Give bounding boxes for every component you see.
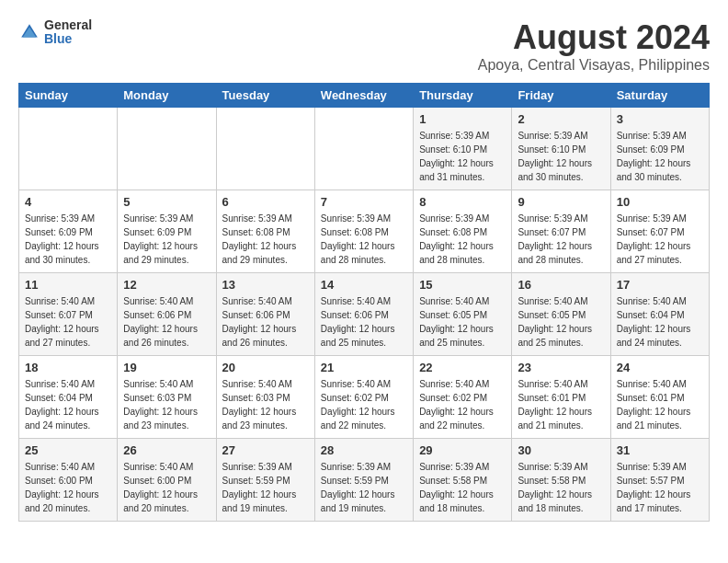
day-info: Sunrise: 5:40 AM Sunset: 6:05 PM Dayligh…: [419, 294, 506, 350]
day-number: 18: [25, 361, 111, 374]
day-number: 1: [419, 112, 506, 126]
calendar-cell: 15Sunrise: 5:40 AM Sunset: 6:05 PM Dayli…: [414, 273, 512, 356]
day-info: Sunrise: 5:39 AM Sunset: 6:08 PM Dayligh…: [419, 212, 506, 267]
day-info: Sunrise: 5:40 AM Sunset: 6:01 PM Dayligh…: [617, 377, 703, 432]
day-info: Sunrise: 5:39 AM Sunset: 6:09 PM Dayligh…: [123, 212, 210, 267]
page-header: General Blue August 2024 Apoya, Central …: [18, 18, 710, 74]
day-info: Sunrise: 5:39 AM Sunset: 5:58 PM Dayligh…: [518, 460, 604, 515]
day-info: Sunrise: 5:39 AM Sunset: 6:09 PM Dayligh…: [25, 212, 111, 267]
week-row-3: 11Sunrise: 5:40 AM Sunset: 6:07 PM Dayli…: [19, 273, 710, 356]
day-info: Sunrise: 5:40 AM Sunset: 6:06 PM Dayligh…: [321, 294, 407, 350]
day-info: Sunrise: 5:40 AM Sunset: 6:04 PM Dayligh…: [617, 294, 703, 350]
day-number: 13: [222, 278, 309, 292]
day-info: Sunrise: 5:40 AM Sunset: 6:02 PM Dayligh…: [321, 377, 407, 432]
col-header-friday: Friday: [512, 84, 610, 108]
page-title: August 2024: [478, 18, 710, 57]
day-number: 22: [419, 361, 506, 374]
day-info: Sunrise: 5:40 AM Sunset: 6:00 PM Dayligh…: [25, 460, 111, 515]
logo-text: General Blue: [44, 18, 92, 47]
day-number: 14: [321, 278, 407, 292]
day-info: Sunrise: 5:40 AM Sunset: 6:07 PM Dayligh…: [25, 294, 111, 350]
calendar-cell: 8Sunrise: 5:39 AM Sunset: 6:08 PM Daylig…: [414, 190, 512, 273]
calendar-cell: 29Sunrise: 5:39 AM Sunset: 5:58 PM Dayli…: [414, 439, 512, 522]
logo-icon: [18, 21, 40, 43]
day-info: Sunrise: 5:39 AM Sunset: 6:08 PM Dayligh…: [222, 212, 309, 267]
calendar-cell: [118, 108, 216, 190]
calendar-cell: 22Sunrise: 5:40 AM Sunset: 6:02 PM Dayli…: [414, 356, 512, 439]
calendar-cell: 7Sunrise: 5:39 AM Sunset: 6:08 PM Daylig…: [314, 190, 413, 273]
day-info: Sunrise: 5:40 AM Sunset: 6:06 PM Dayligh…: [123, 294, 210, 350]
calendar-cell: 4Sunrise: 5:39 AM Sunset: 6:09 PM Daylig…: [19, 190, 118, 273]
calendar-cell: 19Sunrise: 5:40 AM Sunset: 6:03 PM Dayli…: [118, 356, 216, 439]
day-number: 28: [321, 443, 407, 457]
day-number: 2: [518, 112, 604, 126]
day-number: 7: [321, 195, 407, 209]
calendar-cell: 24Sunrise: 5:40 AM Sunset: 6:01 PM Dayli…: [610, 356, 709, 439]
col-header-tuesday: Tuesday: [216, 84, 314, 108]
calendar-cell: 28Sunrise: 5:39 AM Sunset: 5:59 PM Dayli…: [314, 439, 413, 522]
calendar-cell: 1Sunrise: 5:39 AM Sunset: 6:10 PM Daylig…: [414, 108, 512, 190]
col-header-saturday: Saturday: [610, 84, 709, 108]
col-header-wednesday: Wednesday: [314, 84, 413, 108]
calendar-cell: [19, 108, 118, 190]
week-row-1: 1Sunrise: 5:39 AM Sunset: 6:10 PM Daylig…: [19, 108, 710, 190]
day-info: Sunrise: 5:39 AM Sunset: 6:07 PM Dayligh…: [617, 212, 703, 267]
day-number: 4: [25, 195, 111, 209]
calendar-cell: 5Sunrise: 5:39 AM Sunset: 6:09 PM Daylig…: [118, 190, 216, 273]
calendar-cell: 20Sunrise: 5:40 AM Sunset: 6:03 PM Dayli…: [216, 356, 314, 439]
day-info: Sunrise: 5:40 AM Sunset: 6:03 PM Dayligh…: [123, 377, 210, 432]
day-info: Sunrise: 5:40 AM Sunset: 6:06 PM Dayligh…: [222, 294, 309, 350]
calendar-cell: 16Sunrise: 5:40 AM Sunset: 6:05 PM Dayli…: [512, 273, 610, 356]
col-header-thursday: Thursday: [414, 84, 512, 108]
day-info: Sunrise: 5:39 AM Sunset: 5:59 PM Dayligh…: [222, 460, 309, 515]
calendar-cell: 11Sunrise: 5:40 AM Sunset: 6:07 PM Dayli…: [19, 273, 118, 356]
day-number: 6: [222, 195, 309, 209]
day-number: 16: [518, 278, 604, 292]
calendar-cell: 27Sunrise: 5:39 AM Sunset: 5:59 PM Dayli…: [216, 439, 314, 522]
calendar-cell: 18Sunrise: 5:40 AM Sunset: 6:04 PM Dayli…: [19, 356, 118, 439]
logo-general-label: General: [44, 18, 92, 32]
week-row-2: 4Sunrise: 5:39 AM Sunset: 6:09 PM Daylig…: [19, 190, 710, 273]
col-header-monday: Monday: [118, 84, 216, 108]
calendar-cell: 17Sunrise: 5:40 AM Sunset: 6:04 PM Dayli…: [610, 273, 709, 356]
calendar-cell: 26Sunrise: 5:40 AM Sunset: 6:00 PM Dayli…: [118, 439, 216, 522]
calendar-cell: 31Sunrise: 5:39 AM Sunset: 5:57 PM Dayli…: [610, 439, 709, 522]
day-number: 10: [617, 195, 703, 209]
day-number: 31: [617, 443, 703, 457]
day-number: 30: [518, 443, 604, 457]
calendar-cell: 21Sunrise: 5:40 AM Sunset: 6:02 PM Dayli…: [314, 356, 413, 439]
week-row-4: 18Sunrise: 5:40 AM Sunset: 6:04 PM Dayli…: [19, 356, 710, 439]
day-info: Sunrise: 5:39 AM Sunset: 6:09 PM Dayligh…: [617, 129, 703, 184]
day-number: 29: [419, 443, 506, 457]
title-block: August 2024 Apoya, Central Visayas, Phil…: [478, 18, 710, 74]
day-info: Sunrise: 5:40 AM Sunset: 6:04 PM Dayligh…: [25, 377, 111, 432]
day-number: 12: [123, 278, 210, 292]
day-number: 15: [419, 278, 506, 292]
day-number: 19: [123, 361, 210, 374]
day-number: 11: [25, 278, 111, 292]
calendar-cell: 25Sunrise: 5:40 AM Sunset: 6:00 PM Dayli…: [19, 439, 118, 522]
calendar-cell: 30Sunrise: 5:39 AM Sunset: 5:58 PM Dayli…: [512, 439, 610, 522]
logo: General Blue: [18, 18, 92, 47]
week-row-5: 25Sunrise: 5:40 AM Sunset: 6:00 PM Dayli…: [19, 439, 710, 522]
calendar-cell: 2Sunrise: 5:39 AM Sunset: 6:10 PM Daylig…: [512, 108, 610, 190]
day-number: 9: [518, 195, 604, 209]
day-number: 26: [123, 443, 210, 457]
day-info: Sunrise: 5:39 AM Sunset: 6:10 PM Dayligh…: [419, 129, 506, 184]
day-info: Sunrise: 5:39 AM Sunset: 5:57 PM Dayligh…: [617, 460, 703, 515]
calendar-cell: [314, 108, 413, 190]
calendar-cell: 23Sunrise: 5:40 AM Sunset: 6:01 PM Dayli…: [512, 356, 610, 439]
day-number: 23: [518, 361, 604, 374]
day-number: 27: [222, 443, 309, 457]
day-number: 25: [25, 443, 111, 457]
day-info: Sunrise: 5:39 AM Sunset: 6:07 PM Dayligh…: [518, 212, 604, 267]
calendar-table: SundayMondayTuesdayWednesdayThursdayFrid…: [18, 83, 710, 522]
day-info: Sunrise: 5:39 AM Sunset: 5:58 PM Dayligh…: [419, 460, 506, 515]
logo-blue-label: Blue: [44, 32, 92, 46]
day-number: 5: [123, 195, 210, 209]
day-info: Sunrise: 5:39 AM Sunset: 6:10 PM Dayligh…: [518, 129, 604, 184]
day-info: Sunrise: 5:39 AM Sunset: 6:08 PM Dayligh…: [321, 212, 407, 267]
day-info: Sunrise: 5:40 AM Sunset: 6:03 PM Dayligh…: [222, 377, 309, 432]
day-number: 17: [617, 278, 703, 292]
day-info: Sunrise: 5:40 AM Sunset: 6:00 PM Dayligh…: [123, 460, 210, 515]
